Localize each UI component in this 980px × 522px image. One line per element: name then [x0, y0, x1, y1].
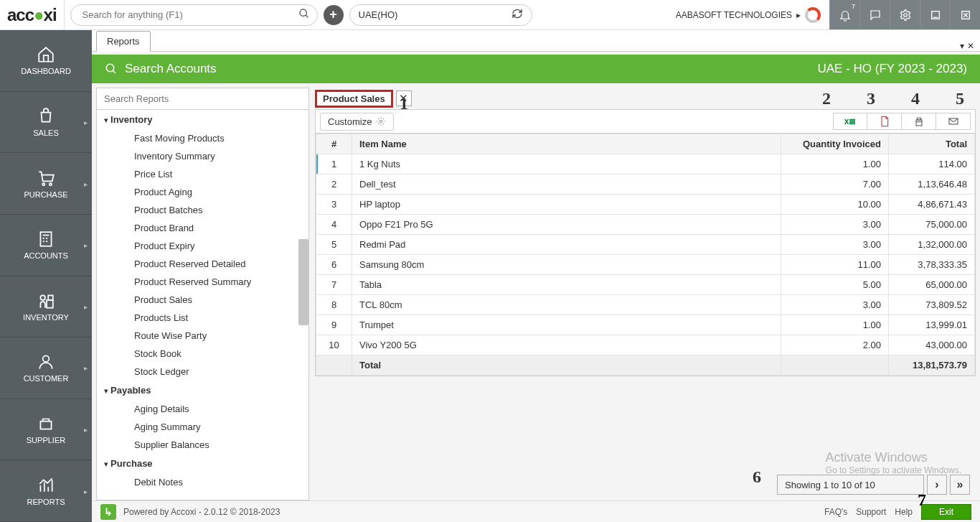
svg-point-27: [380, 120, 383, 123]
export-button-group: x≣: [833, 113, 971, 130]
cell-item-name: Vivo Y200 5G: [352, 335, 781, 355]
table-row[interactable]: 9Trumpet1.0013,999.01: [316, 315, 975, 335]
col-item-name[interactable]: Item Name: [352, 134, 781, 154]
tree-leaf[interactable]: Inventory Summary: [97, 147, 308, 165]
tree-leaf[interactable]: Aging Summary: [97, 418, 308, 436]
customize-button[interactable]: Customize: [320, 113, 394, 131]
table-row[interactable]: 4Oppo F21 Pro 5G3.0075,000.00: [316, 215, 975, 235]
col-total[interactable]: Total: [889, 134, 975, 154]
chevron-right-icon: ▸: [84, 364, 88, 372]
tree-group[interactable]: Payables: [97, 381, 308, 400]
chat-icon[interactable]: [859, 0, 890, 29]
nav-supplier[interactable]: SUPPLIER ▸: [0, 399, 92, 461]
nav-accounts[interactable]: ACCOUNTS ▸: [0, 215, 92, 276]
nav-inventory[interactable]: INVENTORY ▸: [0, 276, 92, 338]
nav-dashboard[interactable]: DASHBOARD: [0, 30, 92, 92]
svg-point-19: [43, 356, 50, 363]
tree-leaf[interactable]: Product Batches: [97, 201, 308, 219]
cell-total: 13,999.01: [889, 315, 975, 335]
table-row[interactable]: 7Tabla5.0065,000.00: [316, 275, 975, 295]
export-pdf-button[interactable]: [867, 113, 902, 130]
footer-logo-icon: ↳: [100, 504, 116, 520]
tree-leaf[interactable]: Product Brand: [97, 219, 308, 237]
email-button[interactable]: [936, 113, 971, 130]
export-excel-button[interactable]: x≣: [833, 113, 867, 130]
main-tab-row: Reports ▾ ✕: [92, 30, 980, 52]
chevron-right-icon: ▸: [84, 487, 88, 495]
reports-tree[interactable]: InventoryFast Moving ProductsInventory S…: [97, 110, 308, 500]
svg-point-9: [50, 183, 52, 185]
subtab-product-sales[interactable]: Product Sales: [315, 90, 393, 108]
tree-group[interactable]: Inventory: [97, 110, 308, 129]
tree-leaf[interactable]: Product Expiry: [97, 237, 308, 255]
tab-close-icon[interactable]: ✕: [967, 41, 974, 51]
org-selector[interactable]: UAE(HO): [349, 4, 532, 26]
tab-dropdown-icon[interactable]: ▾: [960, 41, 964, 51]
cell-quantity: 11.00: [781, 255, 889, 275]
nav-sales[interactable]: SALES ▸: [0, 92, 92, 154]
refresh-icon[interactable]: [512, 8, 523, 22]
global-search-input[interactable]: [81, 9, 298, 21]
cell-total: 114.00: [889, 154, 975, 174]
table-row[interactable]: 5Redmi Pad3.001,32,000.00: [316, 235, 975, 255]
table-row[interactable]: 2Dell_test7.001,13,646.48: [316, 174, 975, 195]
print-icon: [913, 116, 925, 127]
app-logo: acc●xi: [7, 0, 65, 29]
cell-index: 2: [316, 174, 352, 195]
cell-quantity: 1.00: [781, 154, 889, 174]
global-search[interactable]: [70, 4, 318, 26]
table-row[interactable]: 8TCL 80cm3.0073,809.52: [316, 295, 975, 315]
search-icon[interactable]: [298, 8, 310, 22]
gear-icon: [376, 116, 386, 126]
tree-leaf[interactable]: Supplier Balances: [97, 436, 308, 454]
tree-leaf[interactable]: Fast Moving Products: [97, 129, 308, 147]
search-accounts[interactable]: Search Accounts: [105, 62, 217, 76]
footer-help-link[interactable]: Help: [895, 507, 913, 517]
tree-leaf[interactable]: Stock Book: [97, 345, 308, 363]
tree-leaf[interactable]: Products List: [97, 309, 308, 327]
tree-leaf[interactable]: Price List: [97, 165, 308, 183]
tree-leaf[interactable]: Product Sales: [97, 291, 308, 309]
chevron-right-icon: ▸: [84, 180, 88, 187]
tree-leaf[interactable]: Product Aging: [97, 183, 308, 201]
scrollbar[interactable]: [298, 239, 308, 325]
exit-button[interactable]: Exit: [921, 504, 971, 520]
col-index[interactable]: #: [316, 134, 352, 154]
close-icon[interactable]: [950, 0, 980, 29]
cell-index: 1: [316, 154, 352, 174]
col-quantity[interactable]: Quantity Invoiced: [781, 134, 889, 154]
print-button[interactable]: [902, 113, 936, 130]
search-reports-input[interactable]: [97, 88, 308, 110]
tab-reports[interactable]: Reports: [96, 31, 151, 52]
cell-quantity: 7.00: [781, 174, 889, 195]
add-button[interactable]: +: [324, 5, 344, 25]
tree-leaf[interactable]: Product Reserved Summary: [97, 273, 308, 291]
nav-purchase[interactable]: PURCHASE ▸: [0, 153, 92, 215]
table-row[interactable]: 10Vivo Y200 5G2.0043,000.00: [316, 335, 975, 355]
last-page-button[interactable]: »: [950, 475, 970, 495]
footer-faqs-link[interactable]: FAQ's: [824, 507, 847, 517]
tree-leaf[interactable]: Aging Details: [97, 400, 308, 418]
svg-rect-17: [47, 300, 53, 308]
tree-leaf[interactable]: Route Wise Party: [97, 327, 308, 345]
footer-support-link[interactable]: Support: [856, 507, 886, 517]
tree-leaf[interactable]: Stock Ledger: [97, 363, 308, 381]
header-icon-group: 7: [829, 0, 980, 29]
cell-item-name: HP laptop: [352, 195, 781, 215]
settings-icon[interactable]: [890, 0, 920, 29]
minimize-icon[interactable]: [920, 0, 950, 29]
next-page-button[interactable]: ›: [927, 475, 947, 495]
tree-leaf[interactable]: Debit Notes: [97, 473, 308, 491]
nav-reports[interactable]: REPORTS ▸: [0, 460, 92, 522]
tree-group[interactable]: Purchase: [97, 454, 308, 473]
annotation-2: 2: [822, 89, 831, 108]
table-row[interactable]: 11 Kg Nuts1.00114.00: [316, 154, 975, 174]
notifications-icon[interactable]: 7: [829, 0, 859, 29]
table-row[interactable]: 3HP laptop10.004,86,671.43: [316, 195, 975, 215]
nav-customer[interactable]: CUSTOMER ▸: [0, 337, 92, 399]
tree-leaf[interactable]: Product Reserved Detailed: [97, 255, 308, 273]
table-row[interactable]: 6Samsung 80cm11.003,78,333.35: [316, 255, 975, 275]
company-name[interactable]: AABASOFT TECHNOLOGIES ▸: [676, 7, 824, 23]
annotation-6: 6: [753, 467, 761, 487]
svg-rect-28: [916, 122, 922, 126]
